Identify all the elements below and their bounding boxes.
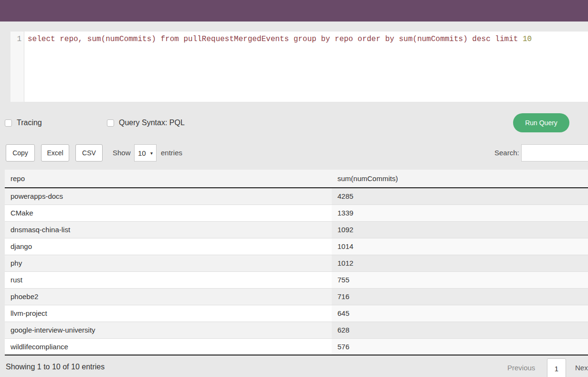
- pagination-previous[interactable]: Previous: [507, 364, 535, 372]
- copy-button[interactable]: Copy: [6, 144, 35, 162]
- cell-repo: phy: [5, 255, 332, 271]
- tracing-option: Tracing: [5, 116, 42, 130]
- editor-gutter: 1: [10, 32, 24, 102]
- cell-repo: llvm-project: [5, 305, 332, 322]
- cell-sum-numcommits: 645: [332, 305, 588, 322]
- table-controls-row: Copy Excel CSV Show 10 ▾ entries Search:: [0, 144, 588, 162]
- entries-selected-value: 10: [138, 149, 146, 157]
- app-header: [0, 0, 588, 22]
- table-row: wildlifecompliance576: [5, 338, 588, 355]
- table-body: powerapps-docs4285CMake1339dnsmasq-china…: [5, 188, 588, 355]
- pql-syntax-checkbox[interactable]: [107, 119, 114, 127]
- tracing-label: Tracing: [17, 118, 42, 127]
- cell-sum-numcommits: 1092: [332, 221, 588, 238]
- pagination-page-1[interactable]: 1: [547, 358, 566, 377]
- query-editor[interactable]: 1 select repo, sum(numCommits) from pull…: [10, 32, 588, 102]
- table-row: llvm-project645: [5, 305, 588, 322]
- cell-repo: wildlifecompliance: [5, 338, 332, 355]
- table-row: phy1012: [5, 255, 588, 271]
- show-label: Show: [113, 149, 131, 157]
- cell-sum-numcommits: 755: [332, 271, 588, 288]
- cell-repo: CMake: [5, 205, 332, 221]
- pql-syntax-label: Query Syntax: PQL: [119, 118, 185, 127]
- search-input[interactable]: [521, 144, 588, 162]
- cell-sum-numcommits: 1014: [332, 238, 588, 255]
- editor-code-area[interactable]: select repo, sum(numCommits) from pullRe…: [24, 32, 588, 102]
- line-number: 1: [17, 35, 21, 43]
- cell-repo: google-interview-university: [5, 322, 332, 338]
- cell-sum-numcommits: 4285: [332, 188, 588, 205]
- cell-sum-numcommits: 716: [332, 288, 588, 305]
- chevron-down-icon: ▾: [150, 151, 153, 156]
- table-row: CMake1339: [5, 205, 588, 221]
- table-row: rust755: [5, 271, 588, 288]
- cell-sum-numcommits: 576: [332, 338, 588, 355]
- run-query-button[interactable]: Run Query: [513, 113, 569, 132]
- column-header-sum-numcommits[interactable]: sum(numCommits): [332, 170, 588, 188]
- search-label: Search:: [494, 149, 519, 157]
- table-info: Showing 1 to 10 of 10 entries: [6, 363, 105, 371]
- sql-query-text: select repo, sum(numCommits) from pullRe…: [28, 35, 523, 43]
- entries-per-page-select[interactable]: 10 ▾: [134, 144, 157, 162]
- table-row: google-interview-university628: [5, 322, 588, 338]
- entries-label: entries: [161, 149, 182, 157]
- column-header-repo[interactable]: repo ▴▾: [5, 170, 332, 188]
- excel-button[interactable]: Excel: [41, 144, 69, 162]
- cell-repo: rust: [5, 271, 332, 288]
- sql-query-number: 10: [523, 35, 532, 43]
- cell-sum-numcommits: 628: [332, 322, 588, 338]
- table-header-row: repo ▴▾ sum(numCommits): [5, 170, 588, 188]
- table-row: dnsmasq-china-list1092: [5, 221, 588, 238]
- table-row: django1014: [5, 238, 588, 255]
- query-controls-row: Tracing Query Syntax: PQL Run Query: [0, 113, 588, 134]
- cell-repo: phoebe2: [5, 288, 332, 305]
- csv-button[interactable]: CSV: [75, 144, 103, 162]
- cell-repo: django: [5, 238, 332, 255]
- cell-repo: powerapps-docs: [5, 188, 332, 205]
- cell-sum-numcommits: 1012: [332, 255, 588, 271]
- cell-sum-numcommits: 1339: [332, 205, 588, 221]
- cell-repo: dnsmasq-china-list: [5, 221, 332, 238]
- tracing-checkbox[interactable]: [5, 119, 12, 127]
- table-row: phoebe2716: [5, 288, 588, 305]
- table-row: powerapps-docs4285: [5, 188, 588, 205]
- query-syntax-option: Query Syntax: PQL: [107, 116, 185, 130]
- results-table: repo ▴▾ sum(numCommits) powerapps-docs42…: [5, 170, 588, 357]
- pagination-next[interactable]: Next: [575, 364, 588, 372]
